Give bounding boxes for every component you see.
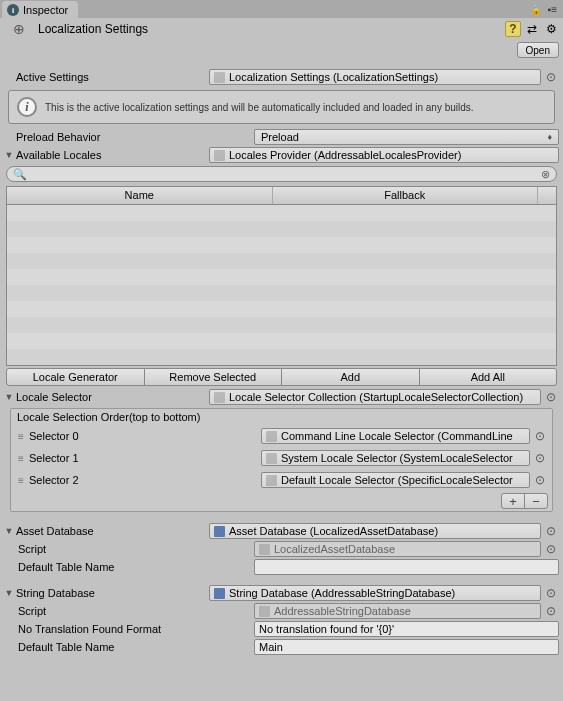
- preset-icon[interactable]: ⇄: [524, 21, 540, 37]
- help-icon[interactable]: ?: [505, 21, 521, 37]
- asset-icon: [266, 431, 277, 442]
- locale-generator-button[interactable]: Locale Generator: [6, 368, 145, 386]
- selector-row-2: ≡ Selector 2 Default Locale Selector (Sp…: [11, 469, 552, 491]
- add-button[interactable]: Add: [281, 368, 420, 386]
- active-settings-label: Active Settings: [16, 71, 89, 83]
- list-body[interactable]: [7, 205, 556, 365]
- locale-search-input[interactable]: 🔍 ⊗: [6, 166, 557, 182]
- string-db-script-row: Script AddressableStringDatabase ⊙: [0, 602, 563, 620]
- asset-icon: [266, 453, 277, 464]
- asset-header: ⊕ Localization Settings ? ⇄ ⚙: [0, 18, 563, 40]
- tab-title: Inspector: [23, 4, 68, 16]
- add-selector-button[interactable]: +: [501, 493, 525, 509]
- lock-icon[interactable]: 🔒: [530, 4, 542, 15]
- drag-handle-icon[interactable]: ≡: [15, 475, 27, 486]
- tab-bar-controls: 🔒 ▪≡: [530, 1, 563, 18]
- asset-db-script-row: Script LocalizedAssetDatabase ⊙: [0, 540, 563, 558]
- asset-db-label: Asset Database: [16, 525, 94, 537]
- selector-0-label: Selector 0: [29, 430, 259, 442]
- selection-order-title: Locale Selection Order(top to bottom): [11, 409, 552, 425]
- tab-bar: i Inspector 🔒 ▪≡: [0, 0, 563, 18]
- active-settings-field[interactable]: Localization Settings (LocalizationSetti…: [209, 69, 541, 85]
- default-table-label: Default Table Name: [18, 561, 114, 573]
- col-spacer: [538, 187, 556, 204]
- object-picker-icon[interactable]: ⊙: [543, 69, 559, 85]
- object-picker-icon[interactable]: ⊙: [532, 472, 548, 488]
- default-table-label: Default Table Name: [18, 641, 114, 653]
- asset-db-script-field: LocalizedAssetDatabase: [254, 541, 541, 557]
- selector-1-field[interactable]: System Locale Selector (SystemLocaleSele…: [261, 450, 530, 466]
- string-db-table-input[interactable]: Main: [254, 639, 559, 655]
- remove-selector-button[interactable]: −: [524, 493, 548, 509]
- locale-selector-label: Locale Selector: [16, 391, 92, 403]
- foldout-icon[interactable]: ▼: [4, 526, 14, 536]
- info-icon: i: [17, 97, 37, 117]
- locale-selector-field[interactable]: Locale Selector Collection (StartupLocal…: [209, 389, 541, 405]
- asset-icon: [214, 392, 225, 403]
- clear-search-icon[interactable]: ⊗: [541, 168, 550, 181]
- drag-handle-icon[interactable]: ≡: [15, 453, 27, 464]
- selector-row-1: ≡ Selector 1 System Locale Selector (Sys…: [11, 447, 552, 469]
- string-db-field[interactable]: String Database (AddressableStringDataba…: [209, 585, 541, 601]
- asset-type-icon: ⊕: [4, 20, 34, 38]
- asset-icon: [214, 72, 225, 83]
- object-picker-icon[interactable]: ⊙: [543, 585, 559, 601]
- object-picker-icon[interactable]: ⊙: [543, 603, 559, 619]
- drag-handle-icon[interactable]: ≡: [15, 431, 27, 442]
- foldout-icon[interactable]: ▼: [4, 392, 14, 402]
- asset-db-field[interactable]: Asset Database (LocalizedAssetDatabase): [209, 523, 541, 539]
- no-translation-input[interactable]: No translation found for '{0}': [254, 621, 559, 637]
- open-button[interactable]: Open: [517, 42, 559, 58]
- available-locales-row: ▼Available Locales Locales Provider (Add…: [0, 146, 563, 164]
- preload-label: Preload Behavior: [16, 131, 100, 143]
- asset-icon: [214, 150, 225, 161]
- asset-db-row: ▼Asset Database Asset Database (Localize…: [0, 522, 563, 540]
- selector-row-0: ≡ Selector 0 Command Line Locale Selecto…: [11, 425, 552, 447]
- context-menu-icon[interactable]: ▪≡: [548, 4, 557, 15]
- list-header: Name Fallback: [7, 187, 556, 205]
- selector-2-label: Selector 2: [29, 474, 259, 486]
- string-db-table-row: Default Table Name Main: [0, 638, 563, 656]
- dropdown-icon: ♦: [547, 132, 552, 142]
- active-settings-row: Active Settings Localization Settings (L…: [0, 68, 563, 86]
- locale-selector-row: ▼Locale Selector Locale Selector Collect…: [0, 388, 563, 406]
- remove-selected-button[interactable]: Remove Selected: [144, 368, 283, 386]
- string-db-row: ▼String Database String Database (Addres…: [0, 584, 563, 602]
- script-icon: [259, 606, 270, 617]
- page-title: Localization Settings: [38, 22, 501, 36]
- string-db-script-field: AddressableStringDatabase: [254, 603, 541, 619]
- object-picker-icon[interactable]: ⊙: [543, 541, 559, 557]
- object-picker-icon[interactable]: ⊙: [543, 389, 559, 405]
- foldout-icon[interactable]: ▼: [4, 150, 14, 160]
- info-icon: i: [7, 4, 19, 16]
- object-picker-icon[interactable]: ⊙: [532, 428, 548, 444]
- script-label: Script: [18, 605, 46, 617]
- col-fallback[interactable]: Fallback: [273, 187, 539, 204]
- info-text: This is the active localization settings…: [45, 102, 474, 113]
- asset-icon: [214, 588, 225, 599]
- no-translation-label: No Translation Found Format: [18, 623, 161, 635]
- asset-icon: [266, 475, 277, 486]
- selector-1-label: Selector 1: [29, 452, 259, 464]
- object-picker-icon[interactable]: ⊙: [543, 523, 559, 539]
- string-db-label: String Database: [16, 587, 95, 599]
- locale-buttons: Locale Generator Remove Selected Add Add…: [6, 368, 557, 386]
- settings-icon[interactable]: ⚙: [543, 21, 559, 37]
- locales-list: Name Fallback: [6, 186, 557, 366]
- object-picker-icon[interactable]: ⊙: [532, 450, 548, 466]
- selection-order-box: Locale Selection Order(top to bottom) ≡ …: [10, 408, 553, 512]
- add-all-button[interactable]: Add All: [419, 368, 558, 386]
- preload-row: Preload Behavior Preload ♦: [0, 128, 563, 146]
- asset-db-table-input[interactable]: [254, 559, 559, 575]
- script-label: Script: [18, 543, 46, 555]
- selector-0-field[interactable]: Command Line Locale Selector (CommandLin…: [261, 428, 530, 444]
- available-locales-field[interactable]: Locales Provider (AddressableLocalesProv…: [209, 147, 559, 163]
- asset-icon: [214, 526, 225, 537]
- col-name[interactable]: Name: [7, 187, 273, 204]
- foldout-icon[interactable]: ▼: [4, 588, 14, 598]
- script-icon: [259, 544, 270, 555]
- selector-2-field[interactable]: Default Locale Selector (SpecificLocaleS…: [261, 472, 530, 488]
- preload-select[interactable]: Preload ♦: [254, 129, 559, 145]
- string-db-fmt-row: No Translation Found Format No translati…: [0, 620, 563, 638]
- inspector-tab[interactable]: i Inspector: [2, 1, 78, 18]
